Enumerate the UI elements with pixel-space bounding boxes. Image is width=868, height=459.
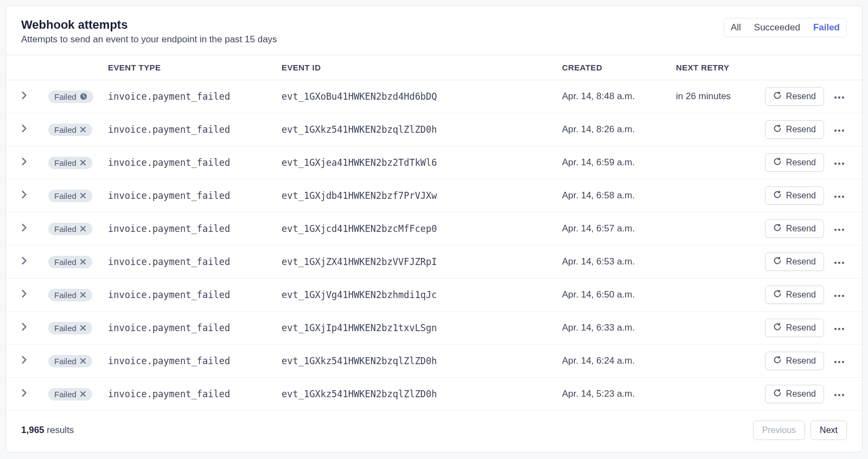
chevron-right-icon[interactable]	[21, 125, 27, 132]
created-at: Apr. 14, 6:50 a.m.	[562, 289, 676, 300]
more-button[interactable]	[832, 289, 847, 301]
pager: Previous Next	[753, 421, 847, 440]
status-label: Failed	[54, 357, 76, 366]
created-at: Apr. 14, 8:26 a.m.	[562, 124, 676, 135]
chevron-right-icon[interactable]	[21, 290, 27, 298]
more-button[interactable]	[832, 256, 847, 268]
svg-point-17	[838, 262, 840, 264]
previous-button[interactable]: Previous	[753, 421, 805, 440]
x-icon	[80, 391, 86, 397]
svg-point-11	[838, 196, 840, 198]
svg-point-18	[842, 262, 844, 264]
status-label: Failed	[54, 158, 76, 167]
svg-point-10	[834, 196, 837, 198]
resend-button[interactable]: Resend	[765, 385, 824, 403]
svg-point-4	[834, 130, 837, 132]
chevron-right-icon[interactable]	[21, 92, 27, 99]
resend-button[interactable]: Resend	[765, 120, 824, 139]
status-badge: Failed	[48, 90, 93, 103]
status-badge: Failed	[48, 388, 92, 400]
webhook-attempts-card: Webhook attempts Attempts to send an eve…	[5, 5, 863, 452]
event-type: invoice.payment_failed	[108, 256, 282, 267]
svg-point-5	[838, 130, 840, 132]
svg-point-22	[834, 328, 837, 330]
resend-button[interactable]: Resend	[765, 352, 824, 370]
chevron-right-icon[interactable]	[21, 224, 27, 231]
table-row: Failedinvoice.payment_failedevt_1GXkz541…	[6, 113, 862, 146]
svg-point-8	[838, 163, 840, 165]
resend-button[interactable]: Resend	[765, 286, 824, 304]
x-icon	[80, 358, 86, 364]
x-icon	[80, 159, 86, 166]
resend-button[interactable]: Resend	[765, 319, 824, 337]
more-horizontal-icon	[834, 225, 845, 233]
more-horizontal-icon	[834, 324, 845, 332]
status-label: Failed	[54, 390, 76, 399]
chevron-right-icon[interactable]	[21, 323, 27, 331]
status-badge: Failed	[48, 124, 92, 136]
page-subtitle: Attempts to send an event to your endpoi…	[21, 34, 277, 45]
resend-button[interactable]: Resend	[765, 186, 824, 205]
table-row: Failedinvoice.payment_failedevt_1GXkz541…	[6, 378, 862, 411]
resend-button[interactable]: Resend	[765, 219, 824, 238]
resend-button[interactable]: Resend	[765, 253, 824, 271]
status-label: Failed	[54, 191, 76, 201]
more-button[interactable]	[832, 90, 847, 103]
refresh-icon	[773, 289, 782, 300]
more-button[interactable]	[832, 190, 847, 202]
status-label: Failed	[54, 290, 76, 300]
refresh-icon	[773, 91, 782, 102]
svg-point-27	[842, 361, 844, 363]
x-icon	[80, 126, 86, 133]
created-at: Apr. 14, 6:57 a.m.	[562, 223, 676, 234]
next-button[interactable]: Next	[810, 421, 847, 440]
more-horizontal-icon	[834, 258, 845, 266]
chevron-right-icon[interactable]	[21, 158, 27, 165]
more-button[interactable]	[832, 322, 847, 334]
table-row: Failedinvoice.payment_failedevt_1GXjdb41…	[6, 179, 862, 212]
refresh-icon	[773, 124, 782, 135]
chevron-right-icon[interactable]	[21, 191, 27, 198]
resend-button[interactable]: Resend	[765, 153, 824, 172]
created-at: Apr. 14, 6:53 a.m.	[562, 256, 676, 267]
refresh-icon	[773, 190, 782, 201]
col-next-retry-header: NEXT RETRY	[676, 63, 749, 72]
created-at: Apr. 14, 6:59 a.m.	[562, 157, 676, 168]
resend-button[interactable]: Resend	[765, 87, 824, 106]
event-id: evt_1GXjcd41HWKEN2bzcMfFcep0	[282, 223, 562, 234]
table-row: Failedinvoice.payment_failedevt_1GXjZX41…	[6, 245, 862, 279]
resend-label: Resend	[786, 125, 816, 134]
more-button[interactable]	[832, 355, 847, 367]
next-retry: in 26 minutes	[676, 91, 749, 102]
table-row: Failedinvoice.payment_failedevt_1GXjIp41…	[6, 312, 862, 345]
col-created-header: CREATED	[562, 63, 676, 72]
svg-point-15	[842, 229, 844, 231]
resend-label: Resend	[786, 158, 816, 167]
more-button[interactable]	[832, 223, 847, 235]
filter-group: All Succeeded Failed	[724, 18, 847, 37]
chevron-right-icon[interactable]	[21, 257, 27, 264]
svg-point-28	[834, 394, 837, 396]
filter-all[interactable]: All	[724, 18, 748, 37]
chevron-right-icon[interactable]	[21, 389, 27, 397]
svg-point-2	[838, 96, 840, 99]
status-badge: Failed	[48, 322, 92, 334]
more-button[interactable]	[832, 124, 847, 136]
event-type: invoice.payment_failed	[108, 322, 282, 333]
rows-container: Failedinvoice.payment_failedevt_1GXoBu41…	[6, 80, 862, 411]
filter-failed[interactable]: Failed	[807, 18, 846, 37]
more-horizontal-icon	[834, 93, 845, 101]
resend-label: Resend	[786, 257, 816, 267]
x-icon	[80, 192, 86, 199]
more-button[interactable]	[832, 388, 847, 400]
more-button[interactable]	[832, 157, 847, 169]
svg-point-24	[842, 328, 844, 330]
chevron-right-icon[interactable]	[21, 356, 27, 364]
x-icon	[80, 258, 86, 265]
col-event-type-header: EVENT TYPE	[108, 63, 282, 72]
filter-succeeded[interactable]: Succeeded	[748, 18, 807, 37]
svg-point-30	[842, 394, 844, 396]
refresh-icon	[773, 223, 782, 234]
card-header: Webhook attempts Attempts to send an eve…	[6, 6, 862, 55]
table-row: Failedinvoice.payment_failedevt_1GXjea41…	[6, 146, 862, 179]
